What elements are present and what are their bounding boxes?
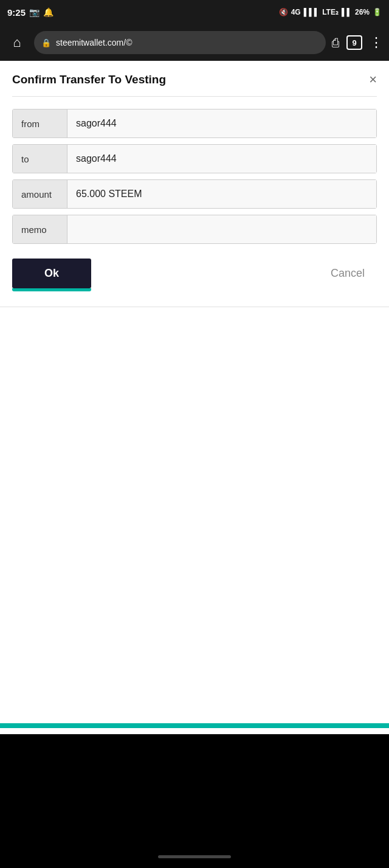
dialog-buttons: Ok Cancel <box>12 259 377 288</box>
close-button[interactable]: × <box>369 73 377 86</box>
confirm-transfer-dialog: Confirm Transfer To Vesting × from sagor… <box>0 61 389 307</box>
url-bar[interactable]: 🔒 steemitwallet.com/© <box>34 31 326 54</box>
to-value: sagor444 <box>67 145 376 173</box>
dialog-header: Confirm Transfer To Vesting × <box>12 73 377 97</box>
amount-label: amount <box>13 180 67 208</box>
lte-icon: LTE₂ <box>322 8 339 16</box>
dialog-title: Confirm Transfer To Vesting <box>12 73 166 86</box>
to-label: to <box>13 145 67 173</box>
signal-4g-icon: 4G <box>291 8 301 16</box>
status-right: 🔇 4G ▌▌▌ LTE₂ ▌▌ 26% 🔋 <box>279 8 382 16</box>
status-bar: 9:25 📷 🔔 🔇 4G ▌▌▌ LTE₂ ▌▌ 26% 🔋 <box>0 0 389 24</box>
to-field: to sagor444 <box>12 144 377 173</box>
home-button[interactable]: ⌂ <box>6 32 28 54</box>
browser-bar: ⌂ 🔒 steemitwallet.com/© ⎙ 9 ⋮ <box>0 24 389 61</box>
memo-label: memo <box>13 215 67 243</box>
cancel-button[interactable]: Cancel <box>318 259 377 288</box>
from-label: from <box>13 109 67 137</box>
mute-icon: 🔇 <box>279 8 288 16</box>
browser-actions: ⎙ 9 ⋮ <box>332 35 383 50</box>
share-button[interactable]: ⎙ <box>332 36 339 50</box>
lock-icon: 🔒 <box>41 38 51 47</box>
tab-count: 9 <box>352 38 356 47</box>
amount-value: 65.000 STEEM <box>67 180 376 208</box>
status-left: 9:25 📷 🔔 <box>7 7 53 18</box>
more-button[interactable]: ⋮ <box>370 35 383 50</box>
lte-bars-icon: ▌▌ <box>342 8 352 16</box>
teal-bar <box>0 723 389 728</box>
notification-icon: 🔔 <box>43 7 53 17</box>
memo-value[interactable] <box>67 215 376 243</box>
memo-field: memo <box>12 215 377 244</box>
page-content: Confirm Transfer To Vesting × from sagor… <box>0 61 389 669</box>
home-icon: ⌂ <box>13 35 21 50</box>
battery-icon: 🔋 <box>373 8 382 16</box>
tab-count-badge[interactable]: 9 <box>346 35 362 50</box>
bottom-section <box>0 734 389 868</box>
from-value: sagor444 <box>67 109 376 137</box>
camera-icon: 📷 <box>29 7 40 17</box>
home-indicator <box>158 855 231 858</box>
ok-button[interactable]: Ok <box>12 259 91 288</box>
url-text: steemitwallet.com/© <box>56 38 132 47</box>
status-time: 9:25 <box>7 7 26 18</box>
battery-level: 26% <box>355 8 370 16</box>
from-field: from sagor444 <box>12 109 377 138</box>
signal-bars-icon: ▌▌▌ <box>304 8 320 16</box>
amount-field: amount 65.000 STEEM <box>12 179 377 209</box>
